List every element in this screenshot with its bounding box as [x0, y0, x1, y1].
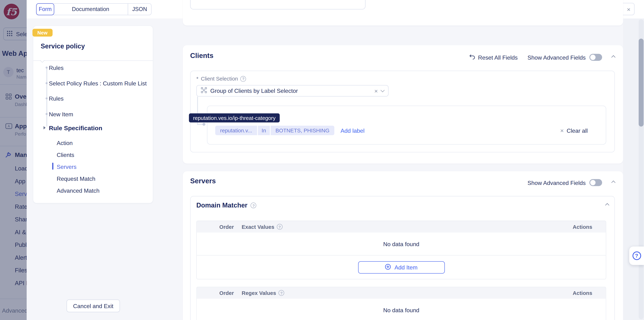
domain-matcher-title: Domain Matcher [196, 202, 247, 209]
form-content: Clients Reset All Fields Show Advanced F… [183, 0, 623, 320]
domain-matcher-header: Domain Matcher ? [196, 202, 256, 209]
clients-section-title: Clients [190, 52, 214, 60]
add-item-button[interactable]: Add Item [358, 261, 445, 274]
tree-item-servers[interactable]: Servers [57, 164, 76, 170]
tree-expand-arrow-icon[interactable] [44, 126, 46, 129]
client-selection-label-row: * Client Selection ? [196, 76, 246, 82]
tree-item-new-item[interactable]: New Item [49, 111, 73, 118]
client-selection-label: Client Selection [201, 76, 238, 82]
panel-collapse-caret[interactable] [40, 58, 44, 63]
help-question-icon: ? [632, 252, 641, 260]
exact-values-help-icon[interactable]: ? [277, 224, 282, 230]
client-selection-fieldset: * Client Selection ? Group of Clie [190, 70, 615, 152]
servers-section-tools: Show Advanced Fields [528, 179, 615, 186]
column-actions: Actions [573, 290, 592, 296]
label-key-chip: reputation.v... [215, 126, 257, 135]
show-advanced-fields-label: Show Advanced Fields [528, 179, 586, 186]
tab-form[interactable]: Form [36, 3, 54, 15]
tree-item-clients[interactable]: Clients [57, 152, 74, 158]
select-clear-icon[interactable]: × [374, 88, 378, 94]
label-values-chip: BOTNETS, PHISHING [270, 126, 334, 135]
column-order: Order [219, 224, 234, 230]
select-dropdown-chevron-icon[interactable] [380, 88, 385, 92]
sidebar: f5 Sele Web Ap T tec Nam Ove Dashb [0, 0, 27, 320]
exact-values-empty-state: No data found [197, 232, 606, 255]
tree-item-rules-2[interactable]: Rules [49, 95, 64, 102]
servers-show-advanced-fields-toggle[interactable] [589, 179, 602, 186]
column-order: Order [219, 290, 234, 296]
active-item-indicator [52, 163, 53, 170]
column-regex-values: Regex Values ? [242, 290, 284, 296]
label-operator-chip: In [258, 126, 270, 135]
modal-dim-overlay [0, 0, 27, 320]
previous-section-card [183, 0, 623, 26]
column-exact-values: Exact Values ? [242, 224, 282, 230]
label-selector-box: reputation.v... In BOTNETS, PHISHING Add… [207, 106, 606, 145]
client-selection-help-icon[interactable]: ? [240, 76, 246, 82]
tree-item-select-policy-rules[interactable]: Select Policy Rules : Custom Rule List [49, 80, 147, 87]
tree-dot [46, 82, 48, 84]
service-policy-modal: Form Documentation JSON Reset All Fields [27, 0, 644, 320]
screen: f5 Sele Web Ap T tec Nam Ove Dashb [0, 0, 644, 320]
cancel-and-exit-button[interactable]: Cancel and Exit [66, 300, 120, 312]
tree-dot [46, 97, 48, 99]
tree-dot [46, 113, 48, 115]
servers-section-card: Servers Show Advanced Fields Domain Matc… [183, 172, 623, 320]
tree-item-action[interactable]: Action [57, 140, 73, 146]
truncated-input-field[interactable] [190, 0, 366, 10]
clients-collapse-chevron-icon[interactable] [611, 55, 616, 60]
domain-matcher-fieldset: Domain Matcher ? Order Exact Values ? [190, 196, 615, 320]
undo-icon [469, 54, 475, 60]
scrollbar-thumb[interactable] [638, 39, 644, 126]
help-button[interactable]: ? [629, 246, 644, 265]
tree-item-rule-specification[interactable]: Rule Specification [49, 124, 102, 132]
client-selection-value: Group of Clients by Label Selector [210, 88, 371, 94]
servers-collapse-chevron-icon[interactable] [611, 180, 616, 185]
clients-section-tools: Reset All Fields Show Advanced Fields [469, 54, 615, 61]
regex-values-table-header: Order Regex Values ? Actions [197, 287, 606, 299]
add-label-link[interactable]: Add label [340, 127, 364, 134]
status-badge: New [32, 29, 52, 36]
clear-all-label: Clear all [567, 127, 588, 134]
column-actions: Actions [573, 224, 592, 230]
servers-section-title: Servers [190, 177, 216, 185]
regex-values-empty-state: No data found [197, 299, 606, 320]
domain-matcher-help-icon[interactable]: ? [251, 202, 256, 208]
clear-all-x-icon: × [560, 127, 564, 134]
exact-values-add-row: Add Item [197, 255, 606, 279]
tab-json[interactable]: JSON [128, 3, 152, 15]
label-key-tooltip: reputation.ves.io/ip-threat-category [189, 114, 280, 122]
required-mark: * [196, 76, 198, 82]
label-expression-row: reputation.v... In BOTNETS, PHISHING Add… [215, 126, 599, 135]
column-exact-values-label: Exact Values [242, 224, 274, 230]
service-policy-panel: New Service policy Rules Select Policy R… [33, 26, 153, 203]
circle-plus-icon [385, 264, 391, 271]
clear-all-button[interactable]: × Clear all [560, 127, 588, 134]
tree-item-request-match[interactable]: Request Match [57, 175, 95, 182]
servers-advanced-fields-group: Show Advanced Fields [528, 179, 602, 186]
tab-documentation[interactable]: Documentation [54, 3, 128, 15]
client-selection-select[interactable]: Group of Clients by Label Selector × [196, 85, 388, 96]
clients-reset-all-fields-button[interactable]: Reset All Fields [469, 54, 518, 60]
field-connector-dot [202, 123, 206, 126]
exact-values-table: Order Exact Values ? Actions No data fou… [196, 221, 606, 279]
panel-divider [33, 60, 153, 61]
panel-title: Service policy [40, 43, 85, 50]
search-close-icon[interactable]: × [627, 6, 630, 12]
view-tabs: Form Documentation JSON [36, 3, 152, 15]
tree-dot [46, 67, 48, 68]
show-advanced-fields-label: Show Advanced Fields [528, 54, 586, 60]
clients-reset-all-fields-label: Reset All Fields [478, 54, 518, 60]
regex-values-table: Order Regex Values ? Actions No data fou… [196, 287, 606, 320]
clients-section-card: Clients Reset All Fields Show Advanced F… [183, 45, 623, 164]
add-item-label: Add Item [394, 264, 418, 271]
show-advanced-fields-toggle[interactable] [589, 54, 602, 61]
column-regex-values-label: Regex Values [242, 290, 276, 296]
tree-item-advanced-match[interactable]: Advanced Match [57, 187, 100, 194]
domain-matcher-collapse-chevron-icon[interactable] [605, 203, 609, 207]
tree-item-rules-1[interactable]: Rules [49, 64, 64, 71]
exact-values-table-header: Order Exact Values ? Actions [197, 221, 606, 232]
label-selector-icon [201, 87, 207, 95]
regex-values-help-icon[interactable]: ? [278, 290, 284, 296]
field-connector-line [197, 124, 202, 125]
